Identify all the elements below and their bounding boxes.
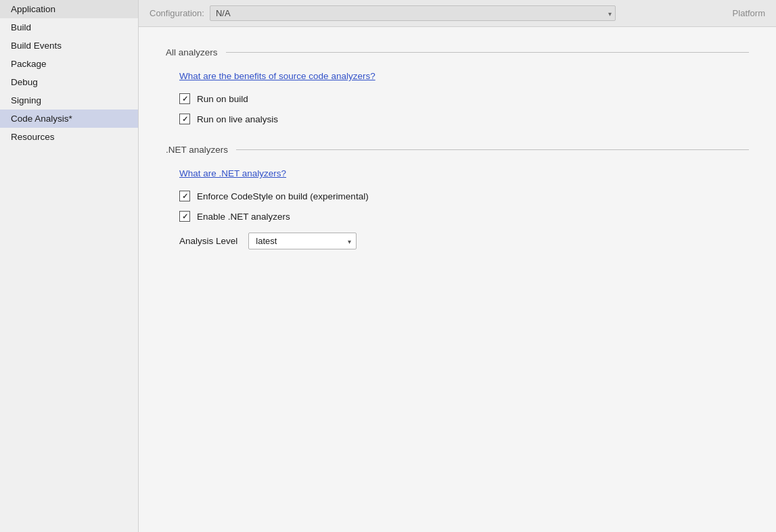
sidebar-item-build-events[interactable]: Build Events xyxy=(0,37,138,55)
enforce-codestyle-checkbox[interactable] xyxy=(179,191,190,201)
analysis-level-label: Analysis Level xyxy=(179,236,237,246)
run-on-live-analysis-row[interactable]: Run on live analysis xyxy=(179,114,749,124)
all-analyzers-section: All analyzers What are the benefits of s… xyxy=(166,47,749,124)
net-analyzers-header: .NET analyzers xyxy=(166,145,749,155)
analysis-level-row: Analysis Level latest preview 5.0 4.0 3.… xyxy=(179,233,749,249)
sidebar: Application Build Build Events Package D… xyxy=(0,0,139,532)
platform-label: Platform xyxy=(733,8,765,18)
enable-net-analyzers-checkbox[interactable] xyxy=(179,211,190,222)
enable-net-analyzers-label: Enable .NET analyzers xyxy=(197,212,290,222)
all-analyzers-divider xyxy=(226,52,749,53)
net-analyzers-divider xyxy=(236,149,749,150)
net-analyzers-section: .NET analyzers What are .NET analyzers? … xyxy=(166,145,749,249)
enforce-codestyle-row[interactable]: Enforce CodeStyle on build (experimental… xyxy=(179,191,749,201)
all-analyzers-header: All analyzers xyxy=(166,47,749,57)
run-on-build-label: Run on build xyxy=(197,94,248,104)
run-on-live-analysis-label: Run on live analysis xyxy=(197,114,278,124)
all-analyzers-title: All analyzers xyxy=(166,47,218,57)
top-bar: Configuration: N/A ▾ Platform xyxy=(139,0,776,27)
sidebar-item-code-analysis[interactable]: Code Analysis* xyxy=(0,110,138,128)
main-panel: Configuration: N/A ▾ Platform All analyz… xyxy=(139,0,776,532)
content-area: All analyzers What are the benefits of s… xyxy=(139,27,776,532)
sidebar-item-build[interactable]: Build xyxy=(0,18,138,37)
sidebar-item-debug[interactable]: Debug xyxy=(0,73,138,91)
enforce-codestyle-label: Enforce CodeStyle on build (experimental… xyxy=(197,191,369,201)
net-analyzers-link[interactable]: What are .NET analyzers? xyxy=(179,168,749,178)
configuration-label: Configuration: xyxy=(150,8,204,18)
sidebar-item-application[interactable]: Application xyxy=(0,0,138,18)
enable-net-analyzers-row[interactable]: Enable .NET analyzers xyxy=(179,211,749,222)
configuration-dropdown-wrapper: N/A ▾ xyxy=(210,5,616,21)
sidebar-item-resources[interactable]: Resources xyxy=(0,128,138,146)
analysis-level-dropdown[interactable]: latest preview 5.0 4.0 3.0 xyxy=(248,233,357,249)
analysis-level-dropdown-wrapper: latest preview 5.0 4.0 3.0 ▾ xyxy=(248,233,357,249)
run-on-build-checkbox[interactable] xyxy=(179,93,190,104)
source-code-analyzers-link[interactable]: What are the benefits of source code ana… xyxy=(179,71,749,81)
sidebar-item-package[interactable]: Package xyxy=(0,55,138,73)
net-analyzers-title: .NET analyzers xyxy=(166,145,228,155)
run-on-live-analysis-checkbox[interactable] xyxy=(179,114,190,124)
sidebar-item-signing[interactable]: Signing xyxy=(0,91,138,110)
run-on-build-row[interactable]: Run on build xyxy=(179,93,749,104)
configuration-dropdown[interactable]: N/A xyxy=(210,5,616,21)
